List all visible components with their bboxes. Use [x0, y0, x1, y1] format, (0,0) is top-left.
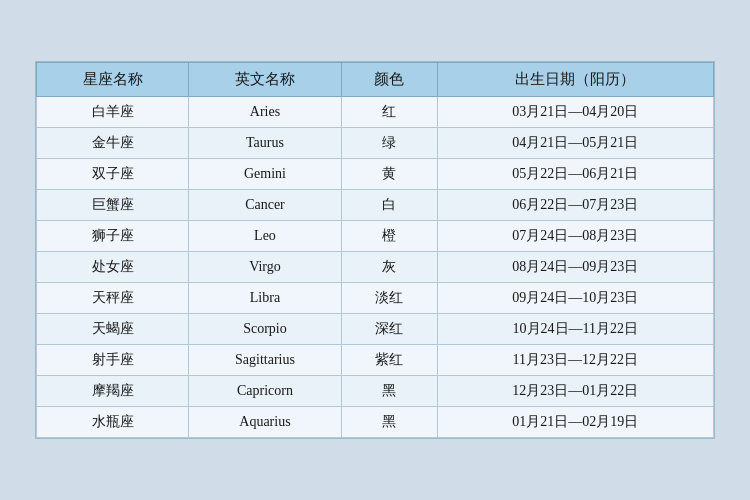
table-row: 金牛座Taurus绿04月21日—05月21日 [37, 128, 714, 159]
cell-color: 绿 [341, 128, 437, 159]
cell-chinese-name: 水瓶座 [37, 407, 189, 438]
cell-dates: 04月21日—05月21日 [437, 128, 713, 159]
table-row: 白羊座Aries红03月21日—04月20日 [37, 97, 714, 128]
cell-chinese-name: 摩羯座 [37, 376, 189, 407]
header-dates: 出生日期（阳历） [437, 63, 713, 97]
table-header-row: 星座名称 英文名称 颜色 出生日期（阳历） [37, 63, 714, 97]
cell-chinese-name: 天蝎座 [37, 314, 189, 345]
header-color: 颜色 [341, 63, 437, 97]
cell-color: 黑 [341, 376, 437, 407]
cell-dates: 01月21日—02月19日 [437, 407, 713, 438]
table-row: 天秤座Libra淡红09月24日—10月23日 [37, 283, 714, 314]
cell-dates: 12月23日—01月22日 [437, 376, 713, 407]
cell-english-name: Scorpio [189, 314, 341, 345]
cell-color: 橙 [341, 221, 437, 252]
table-row: 巨蟹座Cancer白06月22日—07月23日 [37, 190, 714, 221]
table-row: 水瓶座Aquarius黑01月21日—02月19日 [37, 407, 714, 438]
cell-chinese-name: 白羊座 [37, 97, 189, 128]
cell-chinese-name: 天秤座 [37, 283, 189, 314]
cell-english-name: Aquarius [189, 407, 341, 438]
cell-english-name: Leo [189, 221, 341, 252]
table-row: 摩羯座Capricorn黑12月23日—01月22日 [37, 376, 714, 407]
cell-dates: 07月24日—08月23日 [437, 221, 713, 252]
cell-english-name: Cancer [189, 190, 341, 221]
table-row: 天蝎座Scorpio深红10月24日—11月22日 [37, 314, 714, 345]
cell-english-name: Taurus [189, 128, 341, 159]
cell-color: 红 [341, 97, 437, 128]
table-row: 狮子座Leo橙07月24日—08月23日 [37, 221, 714, 252]
cell-dates: 10月24日—11月22日 [437, 314, 713, 345]
cell-chinese-name: 射手座 [37, 345, 189, 376]
table-row: 处女座Virgo灰08月24日—09月23日 [37, 252, 714, 283]
zodiac-table: 星座名称 英文名称 颜色 出生日期（阳历） 白羊座Aries红03月21日—04… [36, 62, 714, 438]
cell-color: 黑 [341, 407, 437, 438]
table-row: 双子座Gemini黄05月22日—06月21日 [37, 159, 714, 190]
cell-english-name: Capricorn [189, 376, 341, 407]
cell-english-name: Gemini [189, 159, 341, 190]
cell-english-name: Virgo [189, 252, 341, 283]
cell-chinese-name: 处女座 [37, 252, 189, 283]
table-row: 射手座Sagittarius紫红11月23日—12月22日 [37, 345, 714, 376]
cell-color: 灰 [341, 252, 437, 283]
cell-dates: 03月21日—04月20日 [437, 97, 713, 128]
cell-english-name: Aries [189, 97, 341, 128]
cell-dates: 05月22日—06月21日 [437, 159, 713, 190]
cell-chinese-name: 金牛座 [37, 128, 189, 159]
cell-color: 淡红 [341, 283, 437, 314]
cell-chinese-name: 狮子座 [37, 221, 189, 252]
cell-dates: 11月23日—12月22日 [437, 345, 713, 376]
cell-color: 深红 [341, 314, 437, 345]
cell-english-name: Libra [189, 283, 341, 314]
cell-english-name: Sagittarius [189, 345, 341, 376]
cell-dates: 09月24日—10月23日 [437, 283, 713, 314]
zodiac-table-container: 星座名称 英文名称 颜色 出生日期（阳历） 白羊座Aries红03月21日—04… [35, 61, 715, 439]
cell-dates: 08月24日—09月23日 [437, 252, 713, 283]
cell-dates: 06月22日—07月23日 [437, 190, 713, 221]
header-chinese-name: 星座名称 [37, 63, 189, 97]
cell-chinese-name: 巨蟹座 [37, 190, 189, 221]
header-english-name: 英文名称 [189, 63, 341, 97]
cell-chinese-name: 双子座 [37, 159, 189, 190]
cell-color: 紫红 [341, 345, 437, 376]
cell-color: 黄 [341, 159, 437, 190]
cell-color: 白 [341, 190, 437, 221]
